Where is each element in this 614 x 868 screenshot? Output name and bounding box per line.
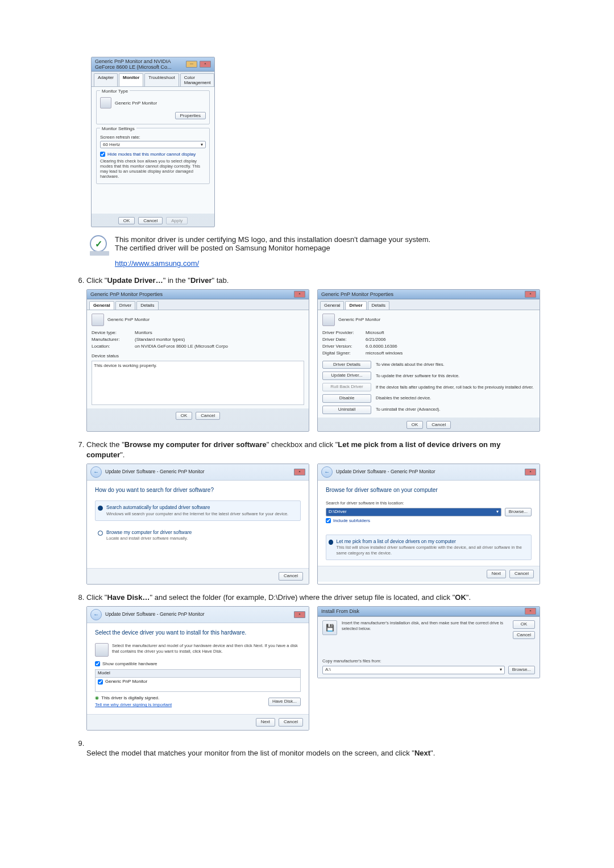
window-title: Generic PnP Monitor Properties [90, 291, 163, 298]
tab-adapter[interactable]: Adapter [94, 73, 118, 86]
note-line2: The certified driver will be posted on S… [115, 244, 430, 252]
refresh-select[interactable]: 60 Hertz ▾ [100, 141, 206, 148]
window-title: Generic PnP Monitor Properties [321, 291, 393, 298]
screenshot-select-driver: ← Update Driver Software - Generic PnP M… [86, 606, 309, 731]
note-line1: This monitor driver is under certifying … [115, 235, 430, 244]
disk-icon: 💾 [322, 620, 337, 635]
properties-button[interactable]: Properties [175, 112, 206, 119]
device-name: Generic PnP Monitor [107, 317, 150, 323]
opt-search-auto[interactable]: Search automatically for updated driver … [95, 500, 301, 521]
compatible-checkbox[interactable]: Show compatible hardware [95, 661, 301, 667]
cancel-button[interactable]: Cancel [196, 412, 220, 420]
driver-details-button[interactable]: Driver Details [322, 361, 371, 369]
close-icon: × [294, 291, 305, 298]
screenshot-driver-tab: Generic PnP Monitor Properties × General… [317, 289, 540, 432]
step-7: Check the "Browse my computer for driver… [86, 440, 540, 585]
min-icon: — [186, 61, 197, 68]
wizard-crumb: Update Driver Software - Generic PnP Mon… [105, 469, 205, 475]
wizard-question: Browse for driver software on your compu… [326, 486, 532, 494]
cancel-button[interactable]: Cancel [279, 718, 303, 727]
tab-details[interactable]: Details [368, 301, 389, 310]
update-driver-button[interactable]: Update Driver... [322, 372, 371, 380]
wizard-crumb: Update Driver Software - Generic PnP Mon… [105, 611, 205, 617]
monitor-icon [322, 314, 335, 326]
uninstall-button[interactable]: Uninstall [322, 406, 371, 414]
hide-modes-desc: Clearing this check box allows you to se… [100, 158, 206, 179]
cancel-button[interactable]: Cancel [279, 572, 303, 581]
window-title: Generic PnP Monitor and NVIDIA GeForce 8… [95, 59, 186, 70]
include-subfolders-checkbox[interactable]: Include subfolders [326, 518, 532, 524]
screenshot-monitor-properties: Generic PnP Monitor and NVIDIA GeForce 8… [91, 57, 215, 227]
shield-icon: ◉ [95, 695, 99, 702]
device-status-label: Device status [92, 353, 304, 360]
chevron-down-icon: ▾ [496, 509, 499, 515]
chevron-down-icon: ▾ [201, 142, 203, 147]
screenshot-update-wizard-search: ← Update Driver Software - Generic PnP M… [86, 464, 309, 585]
path-combo[interactable]: D:\Driver▾ [326, 508, 501, 516]
cancel-button[interactable]: Cancel [513, 631, 535, 640]
model-row[interactable]: Generic PnP Monitor [96, 678, 300, 686]
browse-button[interactable]: Browse... [505, 508, 532, 516]
close-icon: × [525, 608, 536, 615]
tab-details[interactable]: Details [136, 301, 158, 310]
tab-general[interactable]: General [89, 301, 114, 310]
close-icon: × [294, 469, 305, 475]
apply-button[interactable]: Apply [166, 217, 188, 224]
install-msg: Insert the manufacturer's installation d… [342, 620, 508, 640]
back-icon[interactable]: ← [90, 609, 102, 620]
ok-button[interactable]: OK [118, 217, 135, 224]
disable-button[interactable]: Disable [322, 394, 371, 403]
screenshot-install-from-disk: Install From Disk × 💾 Insert the manufac… [317, 606, 540, 679]
close-icon: × [294, 611, 305, 618]
monitor-icon [100, 97, 111, 108]
close-icon: × [525, 469, 536, 475]
tab-driver[interactable]: Driver [345, 301, 366, 310]
step-9: Select the model that matches your monit… [86, 738, 540, 758]
back-icon[interactable]: ← [90, 466, 102, 478]
have-disk-button[interactable]: Have Disk... [268, 698, 301, 706]
device-name: Generic PnP Monitor [338, 317, 380, 323]
opt-let-me-pick[interactable]: Let me pick from a list of device driver… [326, 535, 532, 561]
refresh-label: Screen refresh rate: [100, 135, 206, 140]
monitor-icon [92, 314, 104, 326]
browse-button[interactable]: Browse... [508, 666, 535, 674]
ok-button[interactable]: OK [513, 620, 535, 629]
chevron-down-icon: ▾ [500, 667, 502, 673]
opt-browse[interactable]: Browse my computer for driver software L… [95, 525, 301, 546]
ok-button[interactable]: OK [176, 412, 193, 420]
group-monitor-settings: Monitor Settings [100, 126, 136, 131]
next-button[interactable]: Next [487, 570, 506, 578]
group-monitor-type: Monitor Type [100, 89, 130, 94]
window-title: Install From Disk [321, 608, 359, 615]
why-signing-link[interactable]: Tell me why driver signing is important [95, 702, 172, 707]
tab-driver[interactable]: Driver [115, 301, 135, 310]
monitor-icon [95, 643, 109, 657]
search-location-label: Search for driver software in this locat… [326, 500, 532, 506]
step-6: Click "Update Driver…" in the "Driver" t… [86, 276, 540, 432]
device-status-box: This device is working properly. [92, 361, 304, 405]
wizard-question: Select the device driver you want to ins… [95, 629, 301, 637]
samsung-link[interactable]: http://www.samsung.com/ [115, 259, 199, 268]
back-icon[interactable]: ← [321, 466, 333, 478]
cancel-button[interactable]: Cancel [509, 570, 534, 578]
tab-general[interactable]: General [320, 301, 344, 310]
step-8: Click "Have Disk…" and select the folder… [86, 592, 540, 731]
tab-monitor[interactable]: Monitor [119, 73, 143, 86]
close-icon: × [525, 291, 536, 298]
wizard-question: How do you want to search for driver sof… [95, 486, 301, 494]
next-button[interactable]: Next [256, 718, 275, 727]
model-header: Model [96, 670, 300, 678]
screenshot-general-tab: Generic PnP Monitor Properties × General… [86, 289, 309, 432]
ok-button[interactable]: OK [406, 421, 424, 429]
tab-troubleshoot[interactable]: Troubleshoot [144, 73, 179, 86]
hide-modes-checkbox[interactable]: Hide modes that this monitor cannot disp… [100, 152, 206, 157]
wizard-crumb: Update Driver Software - Generic PnP Mon… [336, 469, 435, 475]
screenshot-update-wizard-browse: ← Update Driver Software - Generic PnP M… [317, 464, 540, 585]
close-icon: × [200, 61, 211, 68]
cancel-button[interactable]: Cancel [138, 217, 163, 224]
cancel-button[interactable]: Cancel [426, 421, 451, 429]
copy-path-combo[interactable]: A:\▾ [322, 666, 505, 674]
monitor-name: Generic PnP Monitor [115, 101, 157, 106]
rollback-driver-button[interactable]: Roll Back Driver [322, 383, 371, 391]
tab-colormgmt[interactable]: Color Management [180, 73, 215, 86]
